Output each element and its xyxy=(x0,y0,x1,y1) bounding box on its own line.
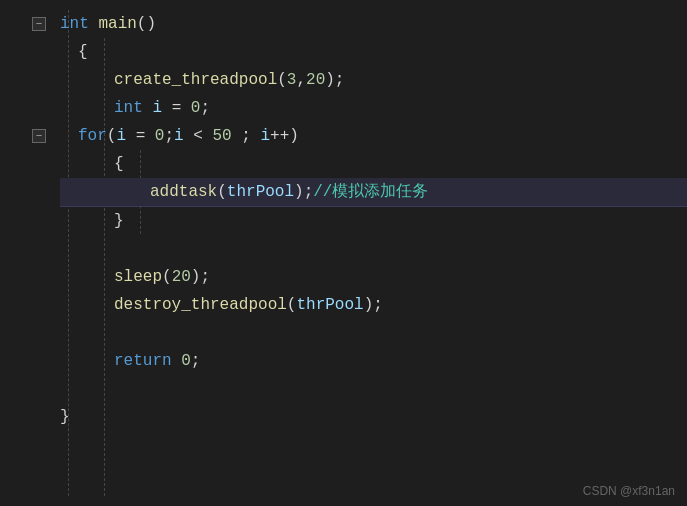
num-0c: 0 xyxy=(181,347,191,375)
fn-main: main xyxy=(98,10,136,38)
code-line-9 xyxy=(60,235,687,263)
var-thrpool-2: thrPool xyxy=(296,291,363,319)
code-line-11: destroy_threadpool(thrPool); xyxy=(60,291,687,319)
gutter-row-3 xyxy=(0,66,50,94)
var-i-1: i xyxy=(152,94,162,122)
lt-op: < xyxy=(184,122,213,150)
left-gutter: − − xyxy=(0,10,50,496)
semi-2: ; xyxy=(164,122,174,150)
keyword-for: for xyxy=(78,122,107,150)
fold-button-1[interactable]: − xyxy=(32,17,46,31)
paren-open-2: ( xyxy=(217,178,227,206)
close-1: ); xyxy=(325,66,344,94)
brace-open-2: { xyxy=(114,150,124,178)
close-4: ); xyxy=(364,291,383,319)
code-line-6: { xyxy=(60,150,687,178)
gutter-row-15 xyxy=(0,402,50,430)
code-line-5: for(i = 0;i < 50 ; i++) xyxy=(60,122,687,150)
brace-close-1: } xyxy=(114,207,124,235)
fn-destroy-threadpool: destroy_threadpool xyxy=(114,291,287,319)
gutter-row-14 xyxy=(0,374,50,402)
num-0b: 0 xyxy=(155,122,165,150)
gutter-row-11 xyxy=(0,290,50,318)
code-line-10: sleep(20); xyxy=(60,263,687,291)
code-line-7: addtask(thrPool);//模拟添加任务 xyxy=(60,178,687,207)
comma-1: , xyxy=(296,66,306,94)
paren-open-3: ( xyxy=(162,263,172,291)
gutter-row-5: − xyxy=(0,122,50,150)
increment: ++) xyxy=(270,122,299,150)
empty-line-2 xyxy=(60,319,70,347)
code-lines: int main() { create_threadpool(3,20); in… xyxy=(50,10,687,496)
num-20a: 20 xyxy=(306,66,325,94)
var-i-4: i xyxy=(261,122,271,150)
code-line-4: int i = 0; xyxy=(60,94,687,122)
close-2: ); xyxy=(294,178,313,206)
num-20b: 20 xyxy=(172,263,191,291)
parens-1: () xyxy=(137,10,156,38)
code-line-12 xyxy=(60,319,687,347)
code-line-3: create_threadpool(3,20); xyxy=(60,66,687,94)
code-line-15: } xyxy=(60,403,687,431)
gutter-row-12 xyxy=(0,318,50,346)
keyword-int-1: int xyxy=(60,10,89,38)
code-content: − − xyxy=(0,0,687,506)
gutter-row-13 xyxy=(0,346,50,374)
gutter-row-7 xyxy=(0,178,50,206)
semi-1: ; xyxy=(200,94,210,122)
watermark: CSDN @xf3n1an xyxy=(583,484,675,498)
space-1 xyxy=(89,10,99,38)
var-thrpool-1: thrPool xyxy=(227,178,294,206)
assign-2: = xyxy=(126,122,155,150)
assign-1: = xyxy=(162,94,191,122)
gutter-row-9 xyxy=(0,234,50,262)
paren-for-open: ( xyxy=(107,122,117,150)
num-3: 3 xyxy=(287,66,297,94)
code-line-13: return 0; xyxy=(60,347,687,375)
fn-addtask: addtask xyxy=(150,178,217,206)
code-line-14 xyxy=(60,375,687,403)
var-i-2: i xyxy=(116,122,126,150)
empty-line-1 xyxy=(60,235,70,263)
var-i-3: i xyxy=(174,122,184,150)
space-2 xyxy=(143,94,153,122)
semi-4: ; xyxy=(191,347,201,375)
empty-line-3 xyxy=(60,375,70,403)
semi-3: ; xyxy=(232,122,261,150)
fn-create-threadpool: create_threadpool xyxy=(114,66,277,94)
gutter-row-6 xyxy=(0,150,50,178)
space-3 xyxy=(172,347,182,375)
code-line-1: int main() xyxy=(60,10,687,38)
keyword-int-2: int xyxy=(114,94,143,122)
gutter-row-2 xyxy=(0,38,50,66)
num-50: 50 xyxy=(212,122,231,150)
fn-sleep: sleep xyxy=(114,263,162,291)
gutter-row-10 xyxy=(0,262,50,290)
gutter-row-4 xyxy=(0,94,50,122)
comment-chinese: //模拟添加任务 xyxy=(313,178,428,206)
brace-close-2: } xyxy=(60,403,70,431)
fold-button-2[interactable]: − xyxy=(32,129,46,143)
code-editor: − − xyxy=(0,0,687,506)
gutter-row-1: − xyxy=(0,10,50,38)
paren-open-1: ( xyxy=(277,66,287,94)
gutter-row-8 xyxy=(0,206,50,234)
paren-open-4: ( xyxy=(287,291,297,319)
keyword-return: return xyxy=(114,347,172,375)
code-line-8: } xyxy=(60,207,687,235)
num-0a: 0 xyxy=(191,94,201,122)
brace-open-1: { xyxy=(78,38,88,66)
close-3: ); xyxy=(191,263,210,291)
code-line-2: { xyxy=(60,38,687,66)
